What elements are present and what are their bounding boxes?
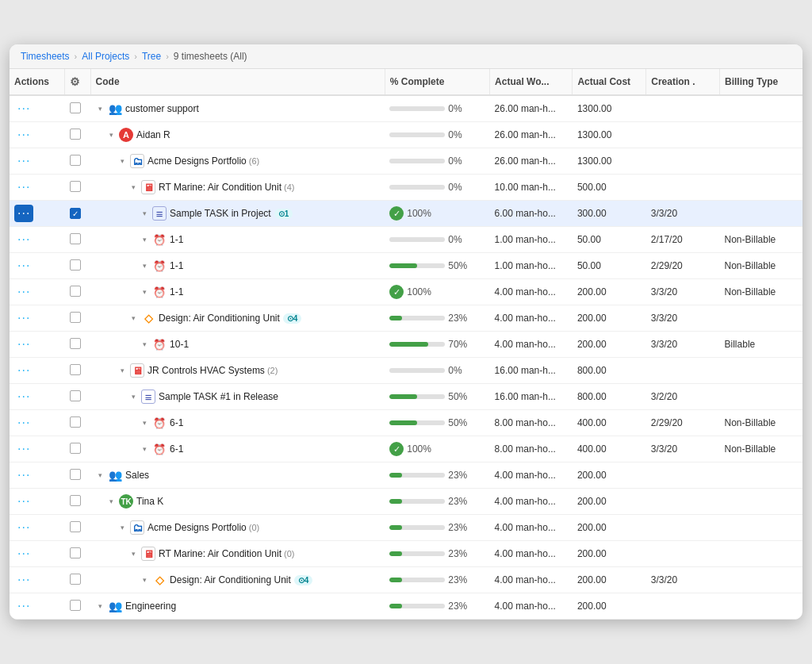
row-actions-button[interactable]: ··· [14,309,33,327]
table-row: ···▾⏰6-1 ✓ 100% 8.00 man-ho...400.003/3/… [10,436,802,462]
chevron-icon[interactable]: ▾ [143,340,151,348]
col-gear[interactable]: ⚙ [65,69,90,95]
chevron-icon[interactable]: ▾ [109,131,117,139]
row-actions-button[interactable]: ··· [14,440,33,458]
creation-date-cell [646,358,720,384]
row-actions-button[interactable]: ··· [14,519,33,536]
progress-bar [389,263,445,268]
actual-work-cell: 26.00 man-h... [490,122,573,148]
row-actions-button[interactable]: ··· [14,257,33,274]
row-actions-button[interactable]: ··· [14,152,33,170]
row-actions-button[interactable]: ··· [14,545,33,562]
pct-value: 23% [448,522,467,533]
actual-cost-cell: 1300.00 [573,122,646,148]
gear-icon[interactable]: ⚙ [70,75,80,88]
row-checkbox[interactable] [70,390,81,401]
chevron-icon[interactable]: ▾ [132,393,140,401]
row-checkbox[interactable] [70,181,81,192]
chevron-icon[interactable]: ▾ [98,602,106,610]
row-checkbox[interactable] [70,495,81,506]
chevron-icon[interactable]: ▾ [121,157,128,165]
row-actions-button[interactable]: ··· [14,126,33,144]
row-actions-button[interactable]: ··· [14,100,33,117]
chevron-icon[interactable]: ▾ [143,445,151,453]
progress-bar [389,159,445,163]
pct-value: 0% [448,234,462,245]
row-actions-button[interactable]: ··· [14,362,33,379]
chevron-icon[interactable]: ▾ [143,209,151,217]
row-checkbox[interactable] [70,521,81,532]
row-checkbox[interactable] [70,233,81,244]
table-row: ···▾👥Engineering 23% 4.00 man-ho...200.0… [10,593,802,620]
row-actions-button[interactable]: ··· [14,493,33,510]
breadcrumb-all-projects[interactable]: All Projects [82,51,129,62]
clock-icon: ⏰ [152,416,167,430]
actual-cost-cell: 300.00 [573,201,646,227]
chevron-icon[interactable]: ▾ [143,262,151,270]
table-row: ···▾🖥RT Marine: Air Condition Unit (4) 0… [10,175,802,201]
row-checkbox[interactable] [70,259,81,271]
row-checkbox[interactable] [70,129,81,140]
chevron-icon[interactable]: ▾ [98,471,106,479]
chevron-icon[interactable]: ▾ [143,288,151,296]
row-checkbox[interactable] [70,312,81,323]
chevron-icon[interactable]: ▾ [121,524,128,532]
row-checkbox[interactable] [70,574,81,585]
billing-type-cell [720,175,802,201]
creation-date-cell [646,489,720,515]
row-actions-button[interactable]: ··· [14,178,33,196]
actual-cost-cell: 200.00 [573,541,646,567]
pct-complete-cell: 70% [385,332,489,358]
table-header-row: Actions ⚙ Code % Complete Actual Wo... A… [10,69,802,95]
row-actions-button[interactable]: ··· [14,336,33,353]
timesheets-table: Actions ⚙ Code % Complete Actual Wo... A… [10,69,802,620]
chevron-icon[interactable]: ▾ [98,105,106,113]
chevron-icon[interactable]: ▾ [109,497,117,505]
row-actions-button[interactable]: ··· [14,283,33,301]
row-checkbox[interactable] [70,286,81,297]
breadcrumb-tree[interactable]: Tree [142,51,161,62]
row-checkbox[interactable] [70,416,81,428]
row-checkbox[interactable] [70,469,81,480]
chevron-icon[interactable]: ▾ [143,419,151,427]
creation-date-cell [646,148,720,175]
row-actions-button[interactable]: ··· [14,414,33,432]
row-actions-button[interactable]: ··· [14,205,33,222]
chevron-icon[interactable]: ▾ [143,576,151,584]
row-actions-button[interactable]: ··· [14,597,33,615]
chevron-icon[interactable]: ▾ [132,314,140,322]
row-checkbox[interactable] [70,443,81,454]
progress-bar [389,132,445,137]
design-icon: ◇ [141,311,155,325]
row-checkbox[interactable] [70,208,81,219]
row-checkbox[interactable] [70,364,81,375]
people-icon: 👥 [108,468,122,482]
row-checkbox[interactable] [70,600,81,611]
row-checkbox[interactable] [70,338,81,349]
chevron-icon[interactable]: ▾ [121,367,128,374]
people-icon: 👥 [108,102,122,116]
row-actions-button[interactable]: ··· [14,571,33,589]
row-checkbox[interactable] [70,547,81,558]
chevron-icon[interactable]: ▾ [132,550,140,558]
pct-complete-cell: ✓ 100% [385,201,489,227]
col-actual-work: Actual Wo... [490,69,573,95]
pct-complete-cell: 0% [385,95,489,122]
row-actions-button[interactable]: ··· [14,231,33,248]
pct-value: 100% [407,443,431,455]
pct-value: 0% [448,103,462,114]
row-name: Tina K [136,496,163,507]
billing-type-cell [720,201,802,227]
table-row: ···▾⏰6-1 50% 8.00 man-ho...400.002/29/20… [10,410,802,436]
row-actions-button[interactable]: ··· [14,466,33,484]
row-checkbox[interactable] [70,155,81,166]
chevron-icon[interactable]: ▾ [143,236,151,244]
chevron-icon[interactable]: ▾ [132,183,140,191]
row-checkbox[interactable] [70,102,81,113]
row-name: JR Controls HVAC Systems [147,365,265,376]
row-actions-button[interactable]: ··· [14,388,33,405]
billing-type-cell [720,567,802,593]
table-row: ···▾⏰10-1 70% 4.00 man-ho...200.003/3/20… [10,332,802,358]
breadcrumb-timesheets[interactable]: Timesheets [21,51,70,62]
person-icon: TK [119,494,133,509]
